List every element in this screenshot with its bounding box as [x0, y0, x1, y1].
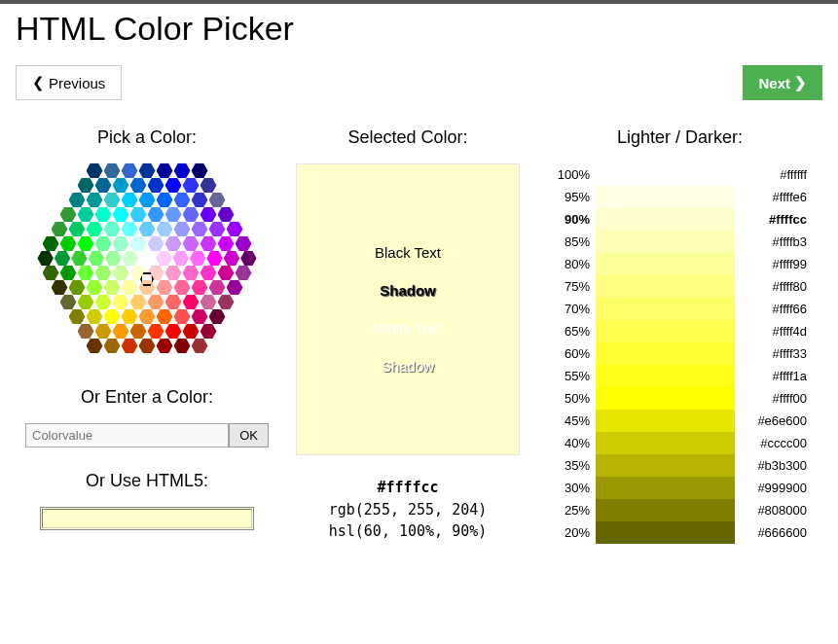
hex-cell[interactable] — [139, 163, 156, 178]
hex-cell[interactable] — [122, 280, 138, 295]
hex-cell[interactable] — [130, 207, 147, 222]
hex-cell[interactable] — [224, 251, 239, 266]
hex-cell[interactable] — [174, 280, 191, 295]
hex-cell[interactable] — [78, 295, 94, 309]
hex-cell[interactable] — [148, 236, 164, 251]
hex-cell[interactable] — [174, 193, 191, 207]
hex-cell[interactable] — [174, 222, 191, 236]
hex-cell[interactable] — [60, 207, 77, 222]
hex-cell[interactable] — [52, 222, 68, 236]
shade-row[interactable]: 45%#e6e600 — [547, 410, 813, 432]
shade-row[interactable]: 100%#ffffff — [547, 163, 813, 186]
hex-cell[interactable] — [69, 280, 86, 295]
hex-cell[interactable] — [139, 193, 156, 207]
shade-row[interactable]: 55%#ffff1a — [547, 365, 813, 387]
hex-cell[interactable] — [157, 339, 173, 353]
hex-cell[interactable] — [174, 309, 191, 324]
hex-cell[interactable] — [69, 222, 86, 236]
next-button[interactable]: Next ❯ — [743, 65, 822, 100]
hex-cell[interactable] — [87, 280, 103, 295]
hex-cell[interactable] — [71, 251, 87, 266]
hex-cell[interactable] — [227, 280, 243, 295]
shade-swatch[interactable] — [596, 231, 735, 253]
hex-cell[interactable] — [87, 193, 103, 207]
hex-cell[interactable] — [122, 222, 138, 236]
shade-row[interactable]: 90%#ffffcc — [547, 208, 813, 231]
hex-cell[interactable] — [87, 163, 103, 178]
hex-cell[interactable] — [95, 207, 112, 222]
hex-cell[interactable] — [78, 236, 94, 251]
hex-cell[interactable] — [105, 251, 121, 266]
hex-cell[interactable] — [104, 309, 121, 324]
hex-cell[interactable] — [209, 280, 226, 295]
hex-cell[interactable] — [122, 309, 138, 324]
hex-cell[interactable] — [209, 309, 226, 324]
hex-cell[interactable] — [157, 280, 173, 295]
hex-cell[interactable] — [148, 207, 164, 222]
shade-swatch[interactable] — [596, 275, 735, 298]
hex-cell[interactable] — [174, 163, 191, 178]
hex-cell[interactable] — [174, 339, 191, 353]
hex-cell[interactable] — [104, 193, 121, 207]
hex-cell[interactable] — [95, 324, 112, 339]
hex-cell[interactable] — [113, 236, 129, 251]
hex-cell[interactable] — [104, 339, 121, 353]
hex-cell[interactable] — [192, 280, 208, 295]
shade-swatch[interactable] — [596, 365, 735, 387]
hex-cell[interactable] — [200, 324, 217, 339]
shade-swatch[interactable] — [596, 432, 735, 454]
html5-color-input[interactable] — [40, 507, 254, 530]
hex-cell[interactable] — [192, 309, 208, 324]
hex-cell[interactable] — [227, 222, 243, 236]
hex-cell[interactable] — [236, 236, 252, 251]
shade-row[interactable]: 20%#666600 — [547, 521, 813, 544]
hex-cell[interactable] — [173, 251, 189, 266]
hex-cell[interactable] — [122, 251, 137, 266]
shade-row[interactable]: 70%#ffff66 — [547, 298, 813, 320]
hex-cell[interactable] — [130, 324, 147, 339]
color-value-input[interactable] — [25, 423, 229, 447]
hex-cell[interactable] — [122, 163, 138, 178]
shade-swatch[interactable] — [596, 163, 735, 186]
shade-swatch[interactable] — [596, 208, 735, 231]
hex-cell[interactable] — [37, 251, 53, 266]
hex-cell[interactable] — [192, 163, 208, 178]
shade-swatch[interactable] — [596, 253, 735, 275]
hex-cell[interactable] — [78, 207, 94, 222]
hex-cell[interactable] — [183, 178, 200, 193]
shade-swatch[interactable] — [596, 477, 735, 499]
hex-cell[interactable] — [95, 295, 112, 309]
hex-cell[interactable] — [200, 236, 217, 251]
hex-cell[interactable] — [183, 324, 200, 339]
hex-cell[interactable] — [200, 207, 217, 222]
hex-cell[interactable] — [69, 309, 86, 324]
hex-cell[interactable] — [95, 178, 112, 193]
hex-cell[interactable] — [156, 251, 171, 266]
shade-swatch[interactable] — [596, 499, 735, 521]
hex-cell[interactable] — [130, 178, 147, 193]
hex-cell[interactable] — [165, 324, 182, 339]
hex-cell[interactable] — [165, 266, 182, 280]
shade-swatch[interactable] — [596, 186, 735, 208]
previous-button[interactable]: ❮ Previous — [16, 65, 122, 100]
hex-cell[interactable] — [60, 295, 77, 309]
hex-cell[interactable] — [148, 178, 164, 193]
hex-cell[interactable] — [206, 251, 222, 266]
hex-cell[interactable] — [113, 295, 129, 309]
hex-cell[interactable] — [122, 193, 138, 207]
shade-row[interactable]: 25%#808000 — [547, 499, 813, 521]
hex-cell[interactable] — [43, 266, 59, 280]
hex-cell[interactable] — [139, 309, 156, 324]
hex-cell[interactable] — [148, 295, 164, 309]
shade-row[interactable]: 75%#ffff80 — [547, 275, 813, 298]
hex-cell[interactable] — [113, 207, 129, 222]
hex-cell[interactable] — [104, 222, 121, 236]
hex-cell[interactable] — [165, 178, 182, 193]
hex-cell[interactable] — [209, 222, 226, 236]
hex-cell[interactable] — [192, 339, 208, 353]
ok-button[interactable]: OK — [229, 423, 269, 447]
hex-cell[interactable] — [104, 280, 121, 295]
hex-cell[interactable] — [157, 222, 173, 236]
hex-cell[interactable] — [165, 207, 182, 222]
hex-cell[interactable] — [55, 251, 70, 266]
